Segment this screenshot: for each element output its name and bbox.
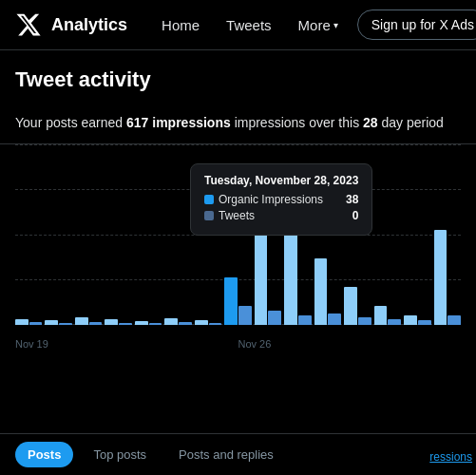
bar-tweet xyxy=(209,323,222,325)
bar-organic xyxy=(224,277,238,325)
bar-organic xyxy=(255,220,268,325)
bar-group xyxy=(434,230,461,325)
tooltip-label-organic: Organic Impressions xyxy=(204,193,323,206)
bar-tweet xyxy=(298,315,312,325)
nav-link-more[interactable]: More ▾ xyxy=(287,11,350,39)
bar-group xyxy=(75,317,102,325)
tooltip-label-tweets: Tweets xyxy=(204,209,255,222)
bar-group xyxy=(374,306,401,325)
bar-organic xyxy=(195,320,208,325)
bar-tweet xyxy=(149,323,162,325)
summary-text-post: day period xyxy=(378,115,444,130)
page-title: Tweet activity xyxy=(15,67,461,92)
bar-organic xyxy=(164,318,178,325)
bar-tweet xyxy=(89,322,103,325)
chart-tooltip: Tuesday, November 28, 2023 Organic Impre… xyxy=(190,163,372,236)
x-label-nov19: Nov 19 xyxy=(15,338,48,350)
tab-posts-replies[interactable]: Posts and replies xyxy=(166,442,286,467)
bar-tweet xyxy=(179,322,192,325)
bar-group xyxy=(195,320,221,325)
x-label-nov26: Nov 26 xyxy=(238,338,272,350)
impressions-summary: Your posts earned 617 impressions impres… xyxy=(0,105,476,144)
bar-tweet xyxy=(238,306,252,325)
bar-group xyxy=(224,277,251,325)
impressions-link[interactable]: ressions xyxy=(429,450,476,464)
bar-group xyxy=(105,319,131,325)
page-title-section: Tweet activity xyxy=(0,50,476,105)
bar-group xyxy=(45,320,71,325)
tooltip-row-tweets: Tweets 0 xyxy=(204,209,358,222)
tooltip-value-organic: 38 xyxy=(346,193,358,206)
nav-link-tweets[interactable]: Tweets xyxy=(215,11,283,39)
bar-organic xyxy=(15,319,29,325)
bar-organic xyxy=(105,319,118,325)
summary-text-pre: Your posts earned xyxy=(15,115,126,130)
chevron-down-icon: ▾ xyxy=(333,20,338,30)
bar-tweet xyxy=(59,323,72,325)
bar-tweet xyxy=(328,314,341,325)
summary-text-mid: impressions over this xyxy=(231,115,363,130)
x-axis: Nov 19 Nov 26 xyxy=(15,338,461,350)
tooltip-date: Tuesday, November 28, 2023 xyxy=(204,174,358,187)
bar-group xyxy=(404,315,430,325)
impressions-count: 617 xyxy=(126,115,148,130)
bar-group xyxy=(314,258,341,325)
navigation: Analytics Home Tweets More ▾ Sign up for… xyxy=(0,0,476,50)
bar-organic xyxy=(314,258,328,325)
bar-organic xyxy=(344,287,357,325)
tab-top-posts[interactable]: Top posts xyxy=(81,442,159,467)
bar-tweet xyxy=(447,315,461,325)
chart-area: Nov 19 Nov 26 Tuesday, November 28, 2023… xyxy=(0,144,476,353)
signup-ads-button[interactable]: Sign up for X Ads xyxy=(357,10,476,40)
bar-group xyxy=(344,287,371,325)
tab-posts[interactable]: Posts xyxy=(15,442,73,467)
tabs-row: Posts Top posts Posts and replies ressio… xyxy=(0,433,476,475)
bar-tweet xyxy=(119,323,132,325)
bar-tweet xyxy=(29,322,43,325)
organic-dot-icon xyxy=(204,195,214,204)
days-count: 28 xyxy=(363,115,378,130)
bar-organic xyxy=(374,306,388,325)
nav-link-home[interactable]: Home xyxy=(150,11,211,39)
tweet-dot-icon xyxy=(204,211,214,220)
bar-group xyxy=(15,319,42,325)
bar-organic xyxy=(434,230,447,325)
tooltip-value-tweets: 0 xyxy=(352,209,359,222)
nav-brand-label: Analytics xyxy=(51,15,127,35)
bar-organic xyxy=(75,317,88,325)
bar-tweet xyxy=(358,317,371,325)
bar-group xyxy=(255,220,281,325)
bar-tweet xyxy=(268,311,281,325)
tooltip-row-organic: Organic Impressions 38 xyxy=(204,193,358,206)
summary-impressions-label: impressions xyxy=(148,115,230,130)
bar-tweet xyxy=(418,320,431,325)
bar-group xyxy=(135,321,162,325)
x-logo-icon xyxy=(15,11,42,38)
bar-organic xyxy=(404,315,417,325)
bar-tweet xyxy=(388,319,401,325)
bar-organic xyxy=(45,320,58,325)
bar-organic xyxy=(135,321,148,325)
bar-group xyxy=(164,318,191,325)
